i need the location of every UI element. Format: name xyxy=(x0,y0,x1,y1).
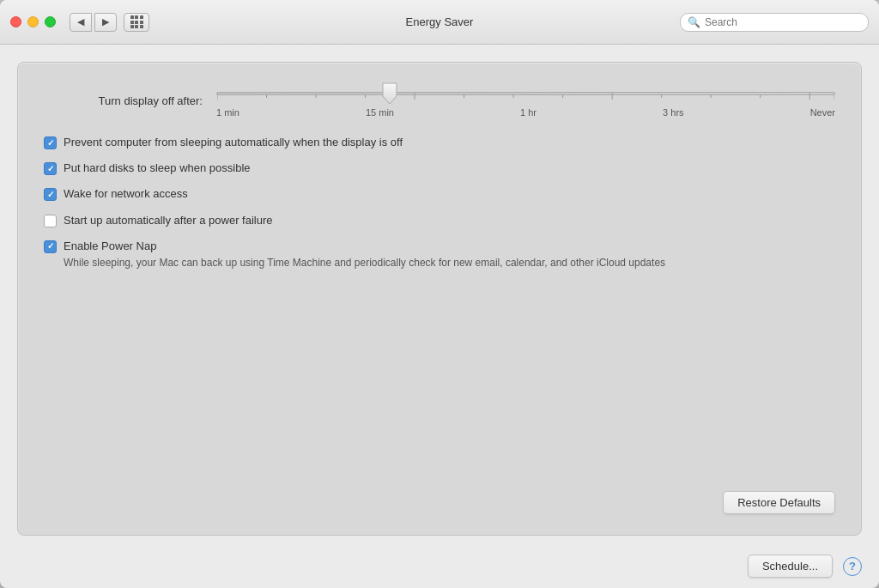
slider-track xyxy=(216,92,835,95)
checkbox-startup-power-label: Start up automatically after a power fai… xyxy=(64,213,273,228)
schedule-button[interactable]: Schedule... xyxy=(748,555,833,578)
power-nap-description: While sleeping, your Mac can back up usi… xyxy=(64,256,835,270)
slider-label-1hr: 1 hr xyxy=(520,107,536,118)
checkbox-wake-network-label: Wake for network access xyxy=(64,186,188,202)
checkbox-prevent-sleep[interactable] xyxy=(44,136,57,149)
bottom-bar: Restore Defaults xyxy=(44,474,835,514)
list-item: Wake for network access xyxy=(44,186,835,202)
slider-label-15min: 15 min xyxy=(366,107,394,118)
power-nap-group: Enable Power Nap While sleeping, your Ma… xyxy=(44,239,835,270)
list-item: Put hard disks to sleep when possible xyxy=(44,161,835,176)
back-button[interactable]: ◀ xyxy=(70,13,92,32)
footer-area: Schedule... ? xyxy=(0,544,879,588)
checkbox-power-nap-label: Enable Power Nap xyxy=(64,239,156,254)
checkbox-power-nap-wrapper[interactable]: Enable Power Nap xyxy=(44,239,156,254)
slider-label-3hrs: 3 hrs xyxy=(663,107,683,118)
slider-container: 1 min 15 min 1 hr 3 hrs Never xyxy=(216,83,835,118)
search-icon: 🔍 xyxy=(688,16,700,28)
checkbox-prevent-sleep-label: Prevent computer from sleeping automatic… xyxy=(64,135,403,150)
checkbox-wake-network[interactable] xyxy=(44,188,57,201)
slider-labels: 1 min 15 min 1 hr 3 hrs Never xyxy=(216,107,835,118)
checkbox-power-nap[interactable] xyxy=(44,240,57,253)
checkbox-prevent-sleep-wrapper[interactable]: Prevent computer from sleeping automatic… xyxy=(44,135,403,150)
forward-icon: ▶ xyxy=(102,16,109,27)
nav-buttons: ◀ ▶ xyxy=(70,13,117,32)
restore-defaults-button[interactable]: Restore Defaults xyxy=(723,491,835,514)
settings-panel: Turn display off after: xyxy=(17,62,862,536)
window-title: Energy Saver xyxy=(406,15,474,28)
grid-icon xyxy=(130,15,143,28)
traffic-lights xyxy=(10,16,56,27)
list-item: Prevent computer from sleeping automatic… xyxy=(44,135,835,150)
checkbox-list: Prevent computer from sleeping automatic… xyxy=(44,135,835,270)
slider-track-wrapper[interactable] xyxy=(216,83,835,104)
titlebar: ◀ ▶ Energy Saver 🔍 xyxy=(0,0,879,45)
list-item: Enable Power Nap xyxy=(44,239,835,254)
search-box[interactable]: 🔍 xyxy=(680,13,869,32)
checkbox-hard-disks-wrapper[interactable]: Put hard disks to sleep when possible xyxy=(44,161,251,176)
maximize-button[interactable] xyxy=(45,16,56,27)
forward-button[interactable]: ▶ xyxy=(94,13,117,32)
list-item: Start up automatically after a power fai… xyxy=(44,213,835,228)
help-button[interactable]: ? xyxy=(843,557,862,576)
slider-label-1min: 1 min xyxy=(216,107,239,118)
slider-label: Turn display off after: xyxy=(44,94,203,107)
checkbox-startup-power[interactable] xyxy=(44,215,57,227)
back-icon: ◀ xyxy=(77,16,84,27)
checkbox-hard-disks[interactable] xyxy=(44,162,57,175)
close-button[interactable] xyxy=(10,16,21,27)
slider-label-never: Never xyxy=(810,107,835,118)
checkbox-startup-power-wrapper[interactable]: Start up automatically after a power fai… xyxy=(44,213,273,228)
grid-view-button[interactable] xyxy=(124,13,149,32)
checkbox-wake-network-wrapper[interactable]: Wake for network access xyxy=(44,186,188,202)
slider-thumb[interactable] xyxy=(382,82,397,105)
window: ◀ ▶ Energy Saver 🔍 Turn display off xyxy=(0,0,879,588)
checkbox-hard-disks-label: Put hard disks to sleep when possible xyxy=(64,161,251,176)
slider-section: Turn display off after: xyxy=(44,83,835,118)
content-area: Turn display off after: xyxy=(0,45,879,544)
search-input[interactable] xyxy=(705,16,861,28)
slider-ticks xyxy=(217,88,834,100)
slider-row: Turn display off after: xyxy=(44,83,835,118)
minimize-button[interactable] xyxy=(27,16,39,27)
